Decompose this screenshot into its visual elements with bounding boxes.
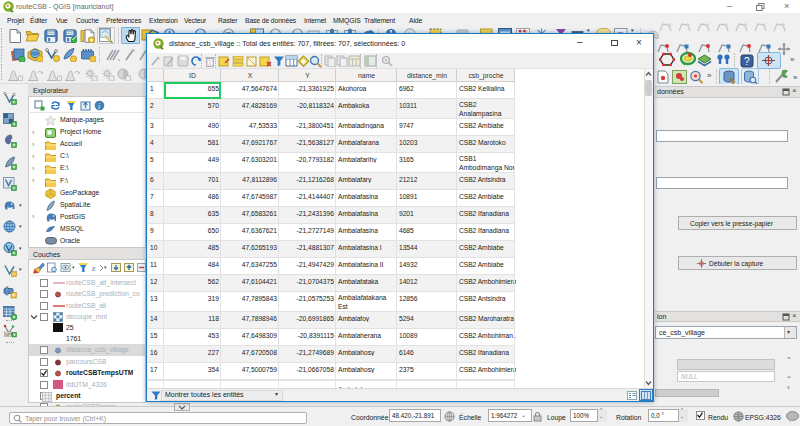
svg-text:ε: ε [92,263,96,273]
svg-text:?: ? [744,56,750,67]
svg-text:i: i [98,102,100,111]
